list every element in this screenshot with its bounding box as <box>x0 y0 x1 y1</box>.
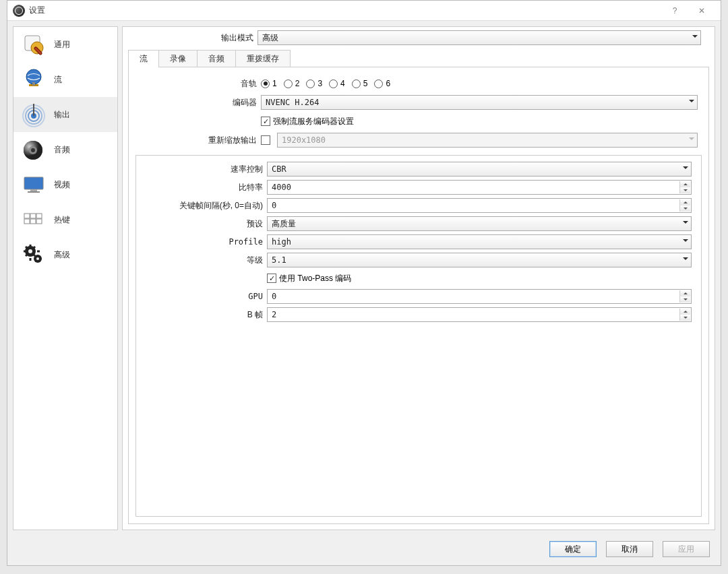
svg-rect-18 <box>24 214 30 218</box>
output-mode-value: 高级 <box>262 32 278 44</box>
profile-label: Profile <box>139 237 267 247</box>
apply-button[interactable]: 应用 <box>663 541 710 557</box>
sidebar-item-stream[interactable]: 流 <box>13 62 117 97</box>
output-tabs: 流 录像 音频 重拨缓存 <box>128 50 709 67</box>
audio-icon <box>20 136 47 163</box>
tab-audio[interactable]: 音频 <box>197 50 236 67</box>
audio-track-3[interactable]: 3 <box>306 79 322 88</box>
keyint-input[interactable]: 0 <box>267 198 692 213</box>
rescale-checkbox[interactable] <box>261 135 270 145</box>
stream-icon <box>20 66 47 93</box>
svg-rect-17 <box>28 191 40 193</box>
sidebar-item-output[interactable]: 输出 <box>13 97 117 132</box>
close-button[interactable]: ✕ <box>688 1 715 20</box>
spin-down-icon[interactable] <box>679 187 690 193</box>
titlebar: 设置 ? ✕ <box>7 1 721 21</box>
main-panel: 输出模式 高级 流 录像 音频 重拨缓存 音轨 1 <box>122 26 715 530</box>
audio-track-5[interactable]: 5 <box>352 79 368 88</box>
profile-combo[interactable]: high <box>267 234 692 249</box>
gpu-label: GPU <box>139 292 267 301</box>
svg-rect-10 <box>33 104 34 116</box>
radio-icon <box>261 79 270 88</box>
audio-track-label: 音轨 <box>133 78 261 90</box>
sidebar-item-label: 流 <box>54 74 62 86</box>
svg-rect-15 <box>24 177 43 189</box>
sidebar: 通用 流 输出 音频 <box>13 26 118 530</box>
sidebar-item-label: 音频 <box>54 144 70 156</box>
radio-icon <box>352 79 361 88</box>
checkbox-icon <box>267 274 276 283</box>
svg-rect-19 <box>30 214 36 218</box>
svg-rect-5 <box>32 82 35 86</box>
two-pass-checkbox[interactable]: 使用 Two-Pass 编码 <box>267 273 351 284</box>
sidebar-item-label: 通用 <box>54 39 70 51</box>
level-combo[interactable]: 5.1 <box>267 253 692 267</box>
radio-icon <box>284 79 293 88</box>
gpu-input[interactable]: 0 <box>267 289 692 304</box>
sidebar-item-label: 高级 <box>54 249 70 261</box>
spin-down-icon[interactable] <box>679 205 690 212</box>
chevron-down-icon <box>683 221 688 226</box>
spin-up-icon[interactable] <box>679 199 690 205</box>
spin-up-icon[interactable] <box>679 290 690 296</box>
keyint-label: 关键帧间隔(秒, 0=自动) <box>139 200 267 212</box>
preset-combo[interactable]: 高质量 <box>267 216 692 231</box>
sidebar-item-label: 输出 <box>54 109 70 121</box>
svg-rect-16 <box>30 189 37 191</box>
sidebar-item-advanced[interactable]: 高级 <box>13 237 117 272</box>
rescale-combo: 1920x1080 <box>277 133 698 148</box>
radio-icon <box>374 79 383 88</box>
chevron-down-icon <box>689 137 694 143</box>
chevron-down-icon <box>683 257 688 263</box>
audio-track-2[interactable]: 2 <box>284 79 300 88</box>
audio-track-1[interactable]: 1 <box>261 79 277 88</box>
spin-down-icon[interactable] <box>679 296 690 302</box>
help-button[interactable]: ? <box>661 1 688 20</box>
sidebar-item-video[interactable]: 视频 <box>13 167 117 202</box>
general-icon <box>20 31 47 58</box>
sidebar-item-general[interactable]: 通用 <box>13 27 117 62</box>
output-mode-combo[interactable]: 高级 <box>257 30 701 45</box>
svg-rect-20 <box>36 214 42 218</box>
app-icon <box>13 5 25 17</box>
tab-replay-buffer[interactable]: 重拨缓存 <box>235 50 291 67</box>
rate-control-label: 速率控制 <box>139 164 267 175</box>
svg-point-27 <box>36 257 39 260</box>
chevron-down-icon <box>683 166 688 172</box>
svg-rect-21 <box>24 219 30 224</box>
svg-rect-22 <box>30 219 36 224</box>
window-title: 设置 <box>29 5 661 16</box>
svg-rect-23 <box>36 219 42 224</box>
rescale-label: 重新缩放输出 <box>133 135 261 146</box>
audio-track-4[interactable]: 4 <box>329 79 345 88</box>
ok-button[interactable]: 确定 <box>549 541 597 557</box>
chevron-down-icon <box>683 239 688 245</box>
spin-up-icon[interactable] <box>679 181 690 187</box>
preset-label: 预设 <box>139 218 267 230</box>
bframes-label: B 帧 <box>139 309 267 321</box>
sidebar-item-hotkeys[interactable]: 热键 <box>13 202 117 237</box>
checkbox-icon <box>261 117 270 126</box>
bitrate-input[interactable]: 4000 <box>267 180 692 195</box>
svg-point-26 <box>28 249 32 253</box>
radio-icon <box>306 79 315 88</box>
sidebar-item-label: 热键 <box>54 214 70 226</box>
hotkeys-icon <box>20 206 47 233</box>
tab-streaming[interactable]: 流 <box>128 50 159 67</box>
bframes-input[interactable]: 2 <box>267 307 692 322</box>
audio-track-6[interactable]: 6 <box>374 79 390 88</box>
output-mode-label: 输出模式 <box>129 32 257 44</box>
tab-recording[interactable]: 录像 <box>158 50 198 67</box>
enforce-encoder-checkbox[interactable]: 强制流服务编码器设置 <box>261 116 354 127</box>
sidebar-item-audio[interactable]: 音频 <box>13 132 117 167</box>
output-icon <box>20 101 47 128</box>
rate-control-combo[interactable]: CBR <box>267 162 692 177</box>
spin-up-icon[interactable] <box>679 309 690 315</box>
chevron-down-icon <box>692 35 698 40</box>
encoder-combo[interactable]: NVENC H.264 <box>261 95 698 110</box>
cancel-button[interactable]: 取消 <box>606 541 653 557</box>
sidebar-item-label: 视频 <box>54 179 70 191</box>
level-label: 等级 <box>139 255 267 266</box>
advanced-icon <box>20 241 47 268</box>
spin-down-icon[interactable] <box>679 315 690 321</box>
